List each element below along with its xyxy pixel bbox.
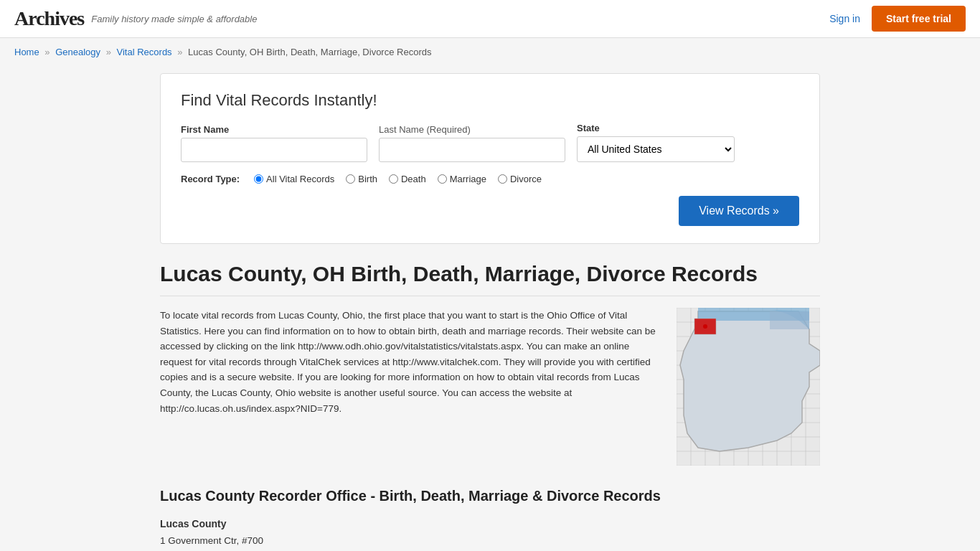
- header: Archives Family history made simple & af…: [0, 0, 980, 38]
- breadcrumb-home[interactable]: Home: [14, 47, 39, 57]
- section-heading: Lucas County Recorder Office - Birth, De…: [160, 488, 820, 504]
- state-label: State: [577, 123, 735, 133]
- main-content: Find Vital Records Instantly! First Name…: [146, 66, 834, 551]
- sign-in-link[interactable]: Sign in: [829, 13, 860, 24]
- header-right: Sign in Start free trial: [829, 6, 966, 32]
- start-trial-button[interactable]: Start free trial: [872, 6, 966, 32]
- breadcrumb: Home » Genealogy » Vital Records » Lucas…: [0, 38, 980, 66]
- last-name-input[interactable]: [379, 138, 565, 162]
- first-name-input[interactable]: [181, 138, 367, 162]
- radio-birth-label: Birth: [358, 174, 377, 184]
- ohio-map: [677, 308, 820, 468]
- breadcrumb-current: Lucas County, OH Birth, Death, Marriage,…: [188, 47, 431, 57]
- page-heading: Lucas County, OH Birth, Death, Marriage,…: [160, 261, 820, 287]
- radio-birth[interactable]: Birth: [346, 174, 377, 184]
- view-records-button[interactable]: View Records »: [679, 196, 799, 226]
- first-name-field-group: First Name: [181, 124, 367, 162]
- search-fields: First Name Last Name (Required) State Al…: [181, 123, 799, 162]
- content-paragraph: To locate vital records from Lucas Count…: [160, 308, 662, 416]
- search-actions: View Records »: [181, 196, 799, 226]
- logo-tagline: Family history made simple & affordable: [91, 14, 257, 24]
- breadcrumb-sep-3: »: [177, 47, 182, 57]
- address-line1: 1 Government Ctr, #700: [160, 533, 820, 550]
- heading-divider: [160, 296, 820, 296]
- radio-death-label: Death: [401, 174, 426, 184]
- last-name-field-group: Last Name (Required): [379, 124, 565, 162]
- radio-death-input[interactable]: [389, 174, 398, 184]
- radio-birth-input[interactable]: [346, 174, 355, 184]
- radio-all[interactable]: All Vital Records: [254, 174, 334, 184]
- breadcrumb-sep-1: »: [44, 47, 50, 57]
- content-text: To locate vital records from Lucas Count…: [160, 308, 662, 468]
- logo: Archives: [14, 7, 84, 30]
- radio-marriage-label: Marriage: [450, 174, 486, 184]
- address-block: Lucas County 1 Government Ctr, #700 Jack…: [160, 516, 820, 551]
- radio-all-input[interactable]: [254, 174, 263, 184]
- state-field-group: State All United StatesAlabamaAlaskaAriz…: [577, 123, 735, 162]
- radio-all-label: All Vital Records: [266, 174, 334, 184]
- svg-point-23: [703, 324, 707, 329]
- radio-divorce-label: Divorce: [510, 174, 542, 184]
- search-box: Find Vital Records Instantly! First Name…: [160, 73, 820, 244]
- radio-marriage[interactable]: Marriage: [438, 174, 486, 184]
- first-name-label: First Name: [181, 124, 367, 135]
- header-left: Archives Family history made simple & af…: [14, 7, 257, 30]
- last-name-label: Last Name (Required): [379, 124, 565, 135]
- breadcrumb-sep-2: »: [106, 47, 111, 57]
- content-area: To locate vital records from Lucas Count…: [160, 308, 820, 468]
- record-type-label: Record Type:: [181, 174, 240, 184]
- search-title: Find Vital Records Instantly!: [181, 91, 799, 110]
- breadcrumb-genealogy[interactable]: Genealogy: [55, 47, 100, 57]
- radio-divorce-input[interactable]: [498, 174, 507, 184]
- svg-rect-24: [770, 311, 809, 329]
- state-select[interactable]: All United StatesAlabamaAlaskaArizonaArk…: [577, 136, 735, 162]
- record-type-row: Record Type: All Vital Records Birth Dea…: [181, 174, 799, 184]
- county-name: Lucas County: [160, 516, 820, 533]
- radio-death[interactable]: Death: [389, 174, 426, 184]
- breadcrumb-vital-records[interactable]: Vital Records: [117, 47, 172, 57]
- radio-divorce[interactable]: Divorce: [498, 174, 542, 184]
- radio-marriage-input[interactable]: [438, 174, 447, 184]
